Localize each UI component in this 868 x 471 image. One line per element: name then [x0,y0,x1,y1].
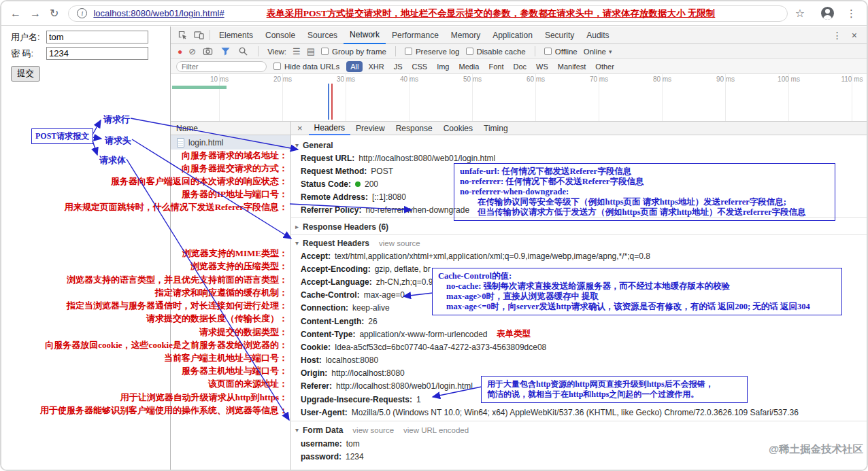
page-info-icon[interactable]: i [77,8,87,18]
password-label: 密 码: [11,48,46,60]
devtools-tab[interactable]: Elements [213,27,259,43]
header-row: Content-Length:26 [291,315,867,328]
username-field[interactable] [46,31,148,43]
form-data-section-header[interactable]: ▾ Form Data view source view URL encoded [295,423,867,436]
bookmark-star-icon[interactable]: ☆ [795,8,805,19]
password-field[interactable] [46,47,148,60]
clear-icon[interactable]: ⊘ [188,47,196,56]
filter-pill[interactable]: Media [454,61,483,72]
header-row: Content-Type:application/x-www-form-urle… [291,328,867,341]
timeline-tick-label: 100 ms [757,75,820,83]
load-event-marker [331,84,333,120]
detail-tab[interactable]: Headers [309,122,350,135]
profile-avatar[interactable] [821,7,834,20]
filter-pill[interactable]: Doc [509,61,531,72]
filter-pill[interactable]: Img [433,61,453,72]
general-section-header[interactable]: ▾ General [295,139,867,152]
domcontentloaded-marker [328,84,329,120]
header-row: Status Code:200 [291,177,867,190]
name-column-header[interactable]: Name [171,122,290,135]
detail-tab[interactable]: Response [390,122,438,135]
browser-menu-icon[interactable]: ⋮ [846,8,856,18]
inspect-element-icon[interactable] [174,27,190,43]
search-icon[interactable] [237,46,249,57]
offline-checkbox[interactable]: Offline [544,48,578,56]
record-icon[interactable]: ● [178,48,182,56]
filter-pill[interactable]: Font [484,61,507,72]
devtools-panel: ElementsConsoleSourcesNetworkPerformance… [170,27,867,470]
preserve-log-checkbox[interactable]: Preserve log [405,48,460,56]
submit-button[interactable]: 提交 [11,66,40,82]
timeline-tick-label: 10 ms [188,75,251,83]
filter-pill[interactable]: CSS [408,61,432,72]
request-name: login.html [188,138,223,147]
filter-pill[interactable]: Manifest [554,61,590,72]
headers-panel: ▾ General Request URL:http://localhost:8… [291,135,867,470]
timeline-tick-label: 90 ms [694,75,757,83]
request-detail-pane: × HeadersPreviewResponseCookiesTiming ▾ … [290,122,867,470]
response-headers-section-header[interactable]: ▸ Response Headers (6) [295,220,867,233]
watermark: @稀土掘金技术社区 [769,442,863,457]
disable-cache-checkbox[interactable]: Disable cache [466,48,526,56]
detail-tab[interactable]: Cookies [438,122,478,135]
throttling-select[interactable]: Online ▾ [584,48,612,56]
timeline-tick-label: 20 ms [251,75,314,83]
login-form: 用户名: 密 码: 提交 [11,31,148,82]
timeline-labels: 10 ms20 ms30 ms40 ms50 ms60 ms70 ms80 ms… [171,75,867,83]
devtools-tab[interactable]: Application [486,27,539,43]
filter-pill[interactable]: XHR [364,61,388,72]
group-by-frame-checkbox[interactable]: Group by frame [321,48,386,56]
filter-pill[interactable]: JS [390,61,407,72]
devtools-tab[interactable]: Memory [445,27,486,43]
devtools-tab[interactable]: Console [259,27,301,43]
document-icon [177,138,184,147]
network-filter-bar: Hide data URLs AllXHRJSCSSImgMediaFontDo… [171,59,867,74]
triangle-open-icon: ▾ [295,141,303,149]
devtools-tab[interactable]: Performance [386,27,445,43]
divider [291,217,867,218]
detail-tab[interactable]: Timing [478,122,514,135]
view-source-link[interactable]: view source [379,239,420,247]
devtools-overflow-icon[interactable]: ⋮ [833,30,842,41]
back-icon[interactable]: ← [10,8,21,19]
url-text[interactable]: localhost:8080/web01/login.html# [93,8,224,18]
view-grid-icon[interactable]: ▤ [307,47,315,56]
devtools-tab[interactable]: Sources [301,27,344,43]
filter-icon[interactable] [220,46,231,57]
close-detail-icon[interactable]: × [297,123,303,133]
forward-icon[interactable]: → [30,8,41,19]
devtools-tab[interactable]: Network [344,27,386,44]
triangle-open-icon: ▾ [295,426,303,434]
capture-screenshots-icon[interactable] [202,46,214,57]
header-row: Request Method:POST [291,164,867,177]
refresh-icon[interactable]: ↻ [50,8,59,19]
hide-data-urls-checkbox[interactable]: Hide data URLs [273,63,339,71]
view-source-link[interactable]: view source [352,426,394,434]
view-list-icon[interactable]: ☰ [293,47,301,56]
devtools-close-icon[interactable]: × [852,30,857,41]
request-row[interactable]: login.html [171,135,290,150]
header-row: Accept-Encoding:gzip, deflate, br [291,262,867,275]
filter-pill[interactable]: All [346,61,363,72]
devtools-tabs: ElementsConsoleSourcesNetworkPerformance… [213,27,616,44]
network-lower-pane: Name login.html × HeadersPreviewResponse… [171,122,867,470]
header-row: Cookie:Idea-a5cf53cd=6bc07740-4aa7-4272-… [291,341,867,353]
detail-tab[interactable]: Preview [350,122,390,135]
view-url-encoded-link[interactable]: view URL encoded [403,426,469,434]
resource-type-filters: AllXHRJSCSSImgMediaFontDocWSManifestOthe… [346,61,618,72]
timeline-tick-label: 70 ms [567,75,631,83]
devtools-tabbar-right: ⋮ × [833,30,867,41]
request-headers-section-header[interactable]: ▾ Request Headers view source [295,237,867,249]
network-overview-timeline[interactable]: 10 ms20 ms30 ms40 ms50 ms60 ms70 ms80 ms… [171,74,867,122]
filter-input[interactable] [176,61,267,72]
address-bar[interactable]: i localhost:8080/web01/login.html# 表单采用P… [68,5,787,22]
filter-pill[interactable]: WS [532,61,552,72]
filter-pill[interactable]: Other [591,61,618,72]
device-toolbar-icon[interactable] [190,27,207,43]
url-annotation: 表单采用POST方式提交请求时，地址栏不会显示提交的参数，参数都在请求头中，请求… [267,7,716,20]
header-row: Request URL:http://localhost:8080/web01/… [291,152,867,164]
timeline-tick-label: 60 ms [504,75,567,83]
browser-toolbar: ← → ↻ i localhost:8080/web01/login.html#… [1,1,867,26]
devtools-tab[interactable]: Audits [580,27,615,43]
devtools-tab[interactable]: Security [539,27,580,43]
